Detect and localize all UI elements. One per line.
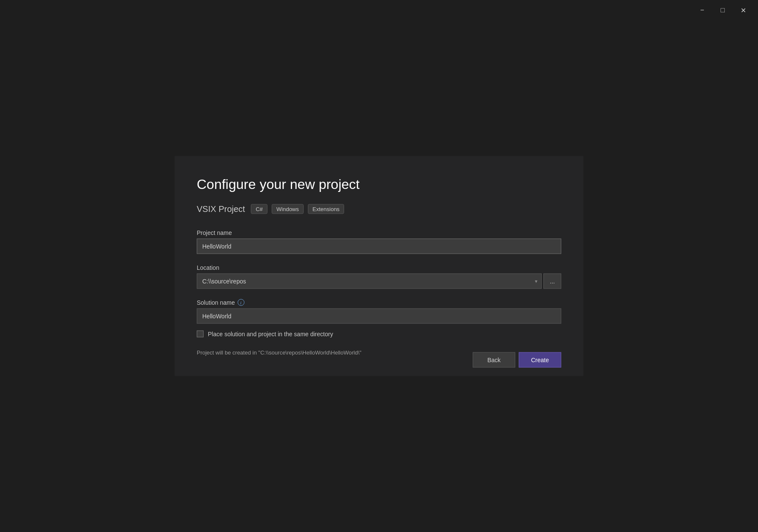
create-button[interactable]: Create — [519, 352, 561, 368]
tag-csharp: C# — [251, 204, 267, 214]
same-directory-label[interactable]: Place solution and project in the same d… — [208, 331, 333, 338]
project-type-name: VSIX Project — [197, 204, 245, 214]
same-directory-row: Place solution and project in the same d… — [197, 331, 561, 338]
minimize-button[interactable]: − — [692, 3, 712, 17]
dialog-title: Configure your new project — [197, 177, 561, 192]
configure-project-dialog: Configure your new project VSIX Project … — [175, 156, 583, 376]
same-directory-checkbox[interactable] — [197, 331, 204, 338]
location-select-wrapper: C:\\source\repos ▾ — [197, 274, 542, 289]
project-type-row: VSIX Project C# Windows Extensions — [197, 204, 561, 214]
back-button[interactable]: Back — [473, 352, 515, 368]
project-name-input[interactable] — [197, 239, 561, 254]
tag-extensions: Extensions — [308, 204, 345, 214]
solution-name-label: Solution name — [197, 299, 235, 306]
maximize-button[interactable]: □ — [713, 3, 732, 17]
location-row: C:\\source\repos ▾ ... — [197, 274, 561, 289]
project-name-group: Project name — [197, 229, 561, 254]
solution-name-label-row: Solution name i — [197, 299, 561, 306]
solution-name-input[interactable] — [197, 309, 561, 324]
solution-name-group: Solution name i — [197, 299, 561, 324]
location-label: Location — [197, 264, 561, 271]
location-group: Location C:\\source\repos ▾ ... — [197, 264, 561, 289]
browse-button[interactable]: ... — [543, 274, 561, 289]
close-button[interactable]: ✕ — [733, 3, 753, 17]
tag-windows: Windows — [272, 204, 304, 214]
location-select[interactable]: C:\\source\repos — [197, 274, 542, 289]
project-name-label: Project name — [197, 229, 561, 236]
title-bar: − □ ✕ — [687, 0, 758, 20]
dialog-footer: Back Create — [175, 344, 583, 376]
info-icon: i — [238, 299, 244, 306]
